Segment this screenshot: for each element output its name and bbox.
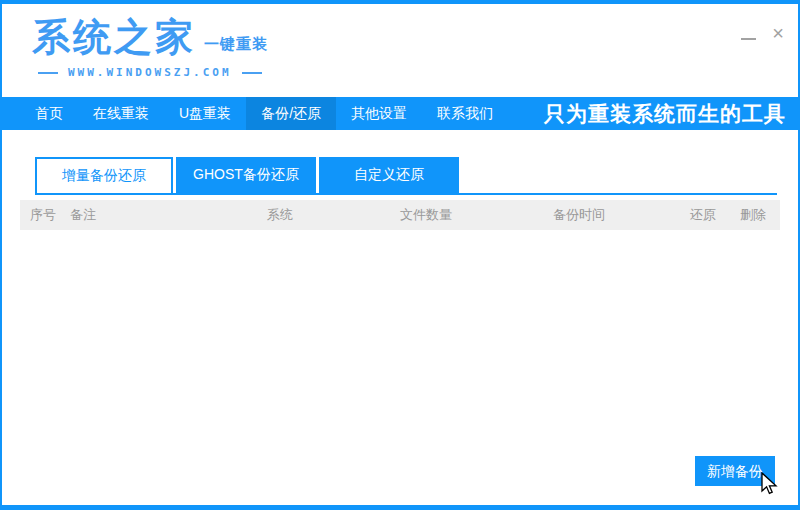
nav-item-other-settings[interactable]: 其他设置 xyxy=(336,97,422,130)
nav-item-online-reinstall[interactable]: 在线重装 xyxy=(78,97,164,130)
nav-item-usb-reinstall[interactable]: U盘重装 xyxy=(164,97,246,130)
column-header-time: 备份时间 xyxy=(553,206,690,224)
backup-tabstrip: 增量备份还原 GHOST备份还原 自定义还原 xyxy=(35,157,777,195)
tab-ghost-backup-restore[interactable]: GHOST备份还原 xyxy=(176,157,316,193)
tab-custom-restore[interactable]: 自定义还原 xyxy=(319,157,459,193)
navbar-slogan: 只为重装系统而生的工具 xyxy=(544,97,786,130)
nav-item-home[interactable]: 首页 xyxy=(20,97,78,130)
nav-item-contact-us[interactable]: 联系我们 xyxy=(422,97,508,130)
website-url: WWW.WINDOWSZJ.COM xyxy=(68,66,232,79)
column-header-delete: 删除 xyxy=(740,206,780,224)
logo: 系统之家 一键重装 xyxy=(32,16,268,58)
column-header-restore: 还原 xyxy=(690,206,740,224)
close-icon[interactable]: × xyxy=(772,24,784,42)
app-header: 系统之家 一键重装 WWW.WINDOWSZJ.COM × xyxy=(2,4,798,97)
new-backup-button[interactable]: 新增备份 xyxy=(695,456,775,486)
dash-left-decoration xyxy=(38,72,58,74)
column-header-filecount: 文件数量 xyxy=(400,206,553,224)
dash-right-decoration xyxy=(242,72,262,74)
column-header-system: 系统 xyxy=(267,206,400,224)
column-header-index: 序号 xyxy=(20,206,70,224)
backup-table-header: 序号 备注 系统 文件数量 备份时间 还原 删除 xyxy=(20,200,780,230)
column-header-note: 备注 xyxy=(70,206,267,224)
nav-item-backup-restore[interactable]: 备份/还原 xyxy=(246,97,336,130)
backup-table-body xyxy=(2,230,798,502)
tab-incremental-backup-restore[interactable]: 增量备份还原 xyxy=(35,157,173,193)
app-window: 系统之家 一键重装 WWW.WINDOWSZJ.COM × 首页 在线重装 U盘… xyxy=(0,0,800,510)
logo-text: 系统之家 xyxy=(32,16,196,58)
minimize-icon[interactable] xyxy=(741,24,756,42)
website-row: WWW.WINDOWSZJ.COM xyxy=(38,66,262,79)
window-controls: × xyxy=(741,24,784,42)
logo-subtitle: 一键重装 xyxy=(204,35,268,54)
main-navbar: 首页 在线重装 U盘重装 备份/还原 其他设置 联系我们 只为重装系统而生的工具 xyxy=(2,97,798,130)
